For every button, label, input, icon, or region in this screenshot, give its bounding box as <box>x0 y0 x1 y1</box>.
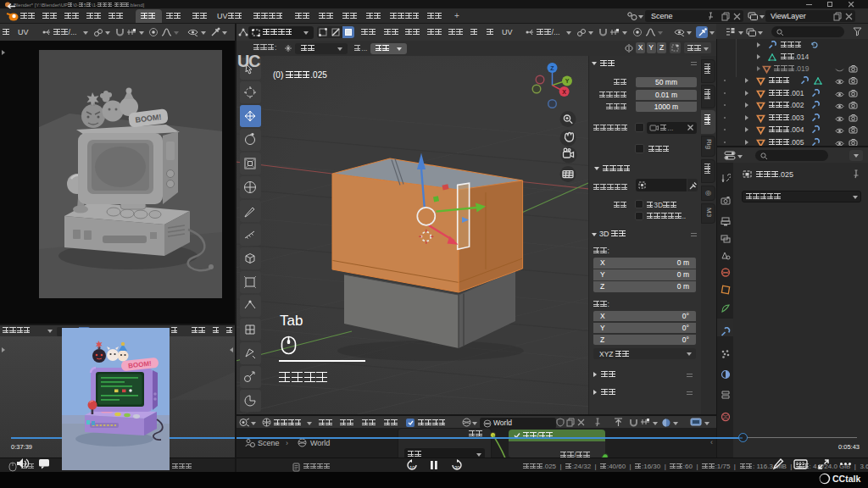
svg-text:30: 30 <box>454 465 460 470</box>
svg-text:Y: Y <box>565 78 570 84</box>
svg-text:X: X <box>562 89 566 95</box>
svg-text:10: 10 <box>409 465 415 470</box>
svg-text:Z: Z <box>550 65 554 71</box>
